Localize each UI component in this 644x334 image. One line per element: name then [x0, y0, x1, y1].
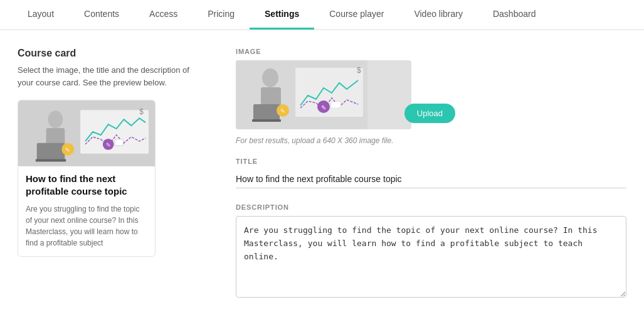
svg-text:$: $	[357, 66, 361, 75]
desc-label: DESCRIPTION	[236, 203, 626, 211]
nav-tabs: LayoutContentsAccessPricingSettingsCours…	[0, 0, 644, 30]
svg-text:✎: ✎	[321, 104, 326, 111]
section-title: Course card	[18, 48, 206, 59]
nav-tab-access[interactable]: Access	[134, 0, 193, 30]
main-content: Course card Select the image, the title …	[0, 30, 644, 312]
svg-text:$: $	[139, 107, 144, 116]
nav-tab-contents[interactable]: Contents	[69, 0, 134, 30]
svg-point-16	[262, 68, 278, 87]
card-image-wrapper: Webinar $	[18, 100, 155, 166]
card-course-desc: Are you struggling to find the topic of …	[26, 203, 147, 249]
card-course-title: How to find the next profitable course t…	[26, 173, 147, 198]
course-card-preview: Webinar $	[18, 100, 156, 257]
svg-text:✎: ✎	[280, 108, 285, 114]
nav-tab-pricing[interactable]: Pricing	[193, 0, 250, 30]
svg-rect-21	[253, 104, 280, 121]
image-preview: $ ✎ ✎	[236, 60, 411, 129]
nav-tab-video-library[interactable]: Video library	[399, 0, 478, 30]
svg-rect-8	[115, 139, 124, 146]
left-panel: Course card Select the image, the title …	[18, 48, 206, 299]
nav-tab-dashboard[interactable]: Dashboard	[478, 0, 551, 30]
section-desc: Select the image, the title and the desc…	[18, 64, 206, 89]
nav-tab-layout[interactable]: Layout	[13, 0, 69, 30]
image-label: IMAGE	[236, 48, 626, 55]
right-panel: IMAGE $ ✎	[236, 48, 626, 299]
image-hint: For best results, upload a 640 X 360 ima…	[236, 136, 626, 145]
desc-textarea[interactable]	[236, 216, 626, 298]
svg-text:✎: ✎	[106, 142, 111, 148]
title-section: TITLE	[236, 158, 626, 188]
desc-section: DESCRIPTION	[236, 203, 626, 299]
svg-rect-9	[37, 143, 65, 161]
nav-tab-course-player[interactable]: Course player	[314, 0, 399, 30]
nav-tab-settings[interactable]: Settings	[250, 0, 314, 30]
svg-rect-1	[80, 110, 149, 153]
svg-rect-20	[331, 102, 340, 108]
upload-button[interactable]: Upload	[404, 104, 455, 123]
svg-rect-22	[252, 119, 281, 122]
card-body: How to find the next profitable course t…	[18, 166, 155, 256]
title-label: TITLE	[236, 158, 626, 165]
svg-rect-10	[36, 159, 66, 162]
card-thumbnail: $ ✎	[18, 100, 155, 166]
svg-point-3	[48, 110, 63, 128]
svg-text:✎: ✎	[65, 147, 70, 153]
title-input[interactable]	[236, 170, 626, 188]
image-section: IMAGE $ ✎	[236, 48, 626, 145]
